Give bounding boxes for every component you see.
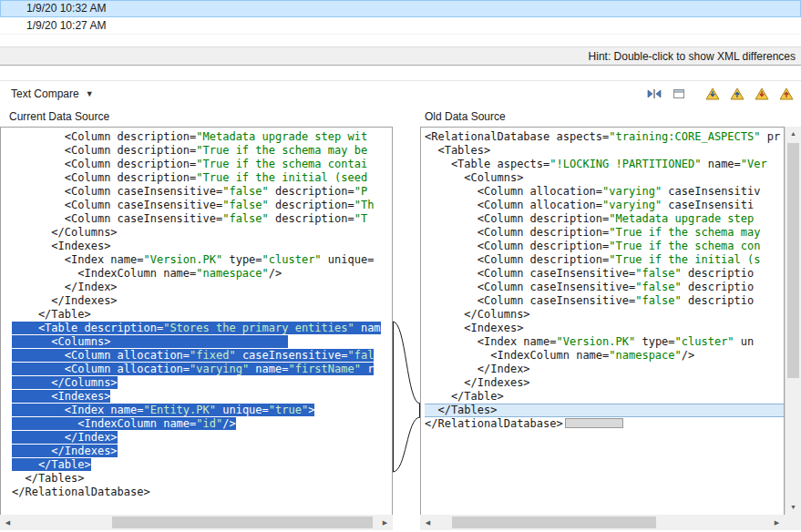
code-line: <Indexes> — [425, 322, 784, 335]
code-line: <Column allocation="varying" caseInsensi… — [425, 185, 784, 199]
code-line: </Tables> — [12, 472, 392, 486]
code-line: <Column description="True if the schema … — [425, 240, 784, 253]
code-line: <Column caseInsensitive="false" descript… — [425, 267, 784, 281]
hint-bar: Hint: Double-click to show XML differenc… — [0, 46, 801, 66]
code-line: <Column description="True if the schema … — [12, 158, 392, 171]
left-horizontal-scrollbar[interactable]: ◀ ▶ — [0, 515, 393, 530]
code-line: </Indexes> — [425, 376, 784, 390]
history-item-label: 1/9/20 10:32 AM — [26, 2, 106, 15]
code-line: </Table> — [12, 458, 392, 472]
code-line: </Index> — [425, 363, 784, 376]
vertical-scrollbar-thumb[interactable] — [787, 143, 799, 378]
compare-content: <Column description="Metadata upgrade st… — [0, 127, 801, 515]
history-item[interactable]: 1/9/20 10:27 AM — [0, 17, 801, 35]
compare-toolbar: Text Compare ▼ — [0, 81, 801, 107]
history-item[interactable]: 1/9/20 10:32 AM — [0, 0, 801, 17]
scroll-right-icon[interactable]: ▶ — [769, 515, 785, 530]
right-code-pane[interactable]: <RelationalDatabase aspects="training:CO… — [420, 127, 785, 515]
code-line: <Column description="True if the schema … — [425, 226, 784, 240]
left-horizontal-track[interactable] — [15, 515, 377, 530]
code-line: <Table aspects="!LOCKING !PARTITIONED" n… — [425, 158, 784, 171]
code-line: <Columns> — [425, 171, 784, 185]
history-item-label: 1/9/20 10:27 AM — [26, 19, 106, 32]
code-line: <Column allocation="fixed" caseInsensiti… — [12, 349, 392, 363]
code-line: </Table> — [12, 308, 392, 322]
code-line: <Index name="Version.PK" type="cluster" … — [12, 253, 392, 267]
hint-text: Hint: Double-click to show XML differenc… — [589, 50, 796, 63]
vertical-scrollbar[interactable]: ▲ ▼ — [785, 127, 801, 515]
left-code: <Column description="Metadata upgrade st… — [12, 130, 392, 499]
code-line: </Table> — [425, 390, 784, 404]
scrollbar-spacer — [393, 515, 420, 530]
right-horizontal-track[interactable] — [436, 515, 769, 530]
compare-mode-label: Text Compare — [11, 87, 79, 100]
scrollbar-corner — [785, 515, 801, 530]
code-line: <Tables> — [425, 144, 784, 158]
panel-gap — [0, 66, 801, 81]
vertical-scrollbar-track[interactable] — [786, 141, 801, 500]
code-line: </Index> — [12, 281, 392, 294]
ancestor-pane-icon[interactable] — [670, 86, 688, 102]
diff-connector — [393, 127, 420, 515]
code-line: <Column description="True if the initial… — [425, 253, 784, 267]
pane-headers: Current Data Source Old Data Source — [0, 107, 801, 127]
right-code: <RelationalDatabase aspects="training:CO… — [425, 130, 784, 431]
next-change-icon[interactable] — [753, 86, 771, 102]
code-line: <RelationalDatabase aspects="training:CO… — [425, 130, 784, 144]
right-horizontal-thumb[interactable] — [452, 517, 656, 528]
toolbar-icons — [645, 86, 796, 102]
code-line: </Index> — [12, 431, 392, 445]
code-line: <Column description="True if the initial… — [12, 171, 392, 185]
scroll-left-icon[interactable]: ◀ — [420, 515, 436, 530]
code-line: <Column allocation="varying" caseInsensi… — [425, 199, 784, 212]
scroll-up-icon[interactable]: ▲ — [786, 127, 801, 141]
code-line: <Column caseInsensitive="false" descript… — [12, 185, 392, 199]
code-line: <Index name="Entity.PK" unique="true"> — [12, 404, 392, 417]
scroll-left-icon[interactable]: ◀ — [0, 515, 15, 530]
code-line: <IndexColumn name="id"/> — [12, 417, 392, 431]
code-line: </Columns> — [12, 226, 392, 240]
code-line: <Table description="Stores the primary e… — [12, 322, 392, 335]
history-filler — [0, 35, 801, 46]
code-line: <IndexColumn name="namespace"/> — [425, 349, 784, 363]
left-pane-title: Current Data Source — [9, 110, 109, 123]
scroll-down-icon[interactable]: ▼ — [786, 500, 801, 515]
code-line: <Column description="Metadata upgrade st… — [425, 212, 784, 226]
next-difference-icon[interactable] — [703, 86, 722, 102]
code-line: <IndexColumn name="namespace"/> — [12, 267, 392, 281]
right-pane-title: Old Data Source — [425, 110, 506, 123]
left-horizontal-thumb[interactable] — [112, 517, 373, 528]
empty-range-box — [565, 418, 623, 428]
code-line: <Column caseInsensitive="false" descript… — [12, 199, 392, 212]
previous-difference-icon[interactable] — [728, 86, 746, 102]
scroll-right-icon[interactable]: ▶ — [377, 515, 393, 530]
code-line: <Column description="True if the schema … — [12, 144, 392, 158]
code-line: <Column allocation="varying" name="first… — [12, 363, 392, 376]
right-horizontal-scrollbar[interactable]: ◀ ▶ — [420, 515, 785, 530]
history-list: 1/9/20 10:32 AM 1/9/20 10:27 AM Hint: Do… — [0, 0, 801, 81]
left-code-pane[interactable]: <Column description="Metadata upgrade st… — [0, 127, 393, 515]
code-line: <Column caseInsensitive="false" descript… — [12, 212, 392, 226]
code-line: </RelationalDatabase> — [12, 486, 392, 499]
code-line: </Columns> — [425, 308, 784, 322]
code-line: <Index name="Version.PK" type="cluster" … — [425, 335, 784, 349]
previous-change-icon[interactable] — [777, 86, 796, 102]
code-line: <Column caseInsensitive="false" descript… — [425, 281, 784, 294]
code-line: </Indexes> — [12, 445, 392, 458]
code-line: <Columns> — [12, 335, 392, 349]
code-line: </Tables> — [425, 404, 784, 417]
bottom-scrollbars: ◀ ▶ ◀ ▶ — [0, 515, 801, 530]
diff-gutter — [393, 127, 420, 515]
code-line: <Indexes> — [12, 240, 392, 253]
mirror-compare-icon[interactable] — [645, 86, 663, 102]
compare-mode-dropdown[interactable]: Text Compare ▼ — [11, 87, 94, 100]
code-line: </Indexes> — [12, 294, 392, 308]
code-line: </Columns> — [12, 376, 392, 390]
chevron-down-icon: ▼ — [86, 89, 94, 98]
code-line: <Column description="Metadata upgrade st… — [12, 130, 392, 144]
code-line: <Column caseInsensitive="false" descript… — [425, 294, 784, 308]
code-line: <Indexes> — [12, 390, 392, 404]
code-line: </RelationalDatabase> — [425, 417, 784, 431]
